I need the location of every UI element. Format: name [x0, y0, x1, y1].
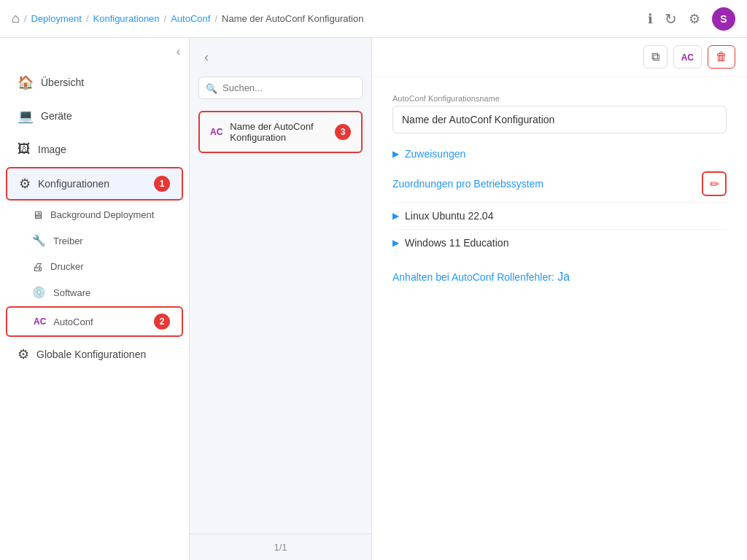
middle-panel: ‹ 🔍 AC Name der AutoConf Konfiguration 3…	[190, 38, 372, 560]
sidebar-item-image[interactable]: 🖼 Image	[6, 134, 183, 164]
field-label: AutoConf Konfigurationsname	[392, 94, 727, 103]
image-icon: 🖼	[18, 141, 31, 157]
delete-icon: 🗑	[716, 50, 727, 63]
ac-icon: AC	[210, 127, 222, 137]
home-icon[interactable]: ⌂	[12, 11, 20, 26]
breadcrumb-autoconf[interactable]: AutoConf	[171, 13, 210, 24]
windows-label: Windows 11 Education	[405, 237, 508, 249]
sidebar-sub-item-label: AutoConf	[53, 316, 93, 327]
sidebar-item-ubersicht[interactable]: 🏠 Übersicht	[6, 67, 183, 98]
refresh-icon[interactable]: ↻	[665, 10, 677, 28]
konfigurationen-icon: ⚙	[19, 176, 31, 192]
sidebar-sub-item-label: Software	[53, 287, 90, 298]
breadcrumb-current: Name der AutoConf Konfiguration	[222, 13, 363, 24]
sidebar-header: ‹	[0, 38, 189, 66]
list-item-autoconf-config[interactable]: AC Name der AutoConf Konfiguration 3	[198, 111, 363, 153]
globale-icon: ⚙	[18, 346, 29, 362]
info-icon[interactable]: ℹ	[648, 11, 653, 27]
sidebar-item-label: Geräte	[41, 110, 72, 122]
os-row-linux[interactable]: ▶ Linux Ubuntu 22.04	[392, 203, 727, 229]
search-box: 🔍	[198, 77, 363, 99]
detail-panel: ⧉ AC 🗑 AutoConf Konfigurationsname ▶ Zuw…	[372, 38, 747, 560]
sidebar-sub-item-autoconf[interactable]: AC AutoConf 2	[6, 306, 183, 337]
os-row-windows[interactable]: ▶ Windows 11 Education	[392, 230, 727, 256]
autoconf-badge: 2	[154, 314, 170, 330]
avatar[interactable]: S	[712, 7, 735, 31]
ubersicht-icon: 🏠	[18, 74, 34, 90]
delete-button[interactable]: 🗑	[708, 45, 735, 69]
background-deployment-icon: 🖥	[32, 209, 43, 221]
sidebar-sub-item-background-deployment[interactable]: 🖥 Background Deployment	[6, 203, 183, 227]
sidebar-collapse-button[interactable]: ‹	[177, 45, 180, 58]
sidebar-sub-item-label: Drucker	[50, 261, 84, 272]
detail-toolbar: ⧉ AC 🗑	[372, 38, 747, 77]
sidebar-item-label: Globale Konfigurationen	[36, 349, 146, 360]
search-input[interactable]	[198, 77, 363, 99]
sidebar-sub-item-label: Treiber	[53, 236, 83, 246]
sidebar-item-label: Übersicht	[41, 77, 84, 88]
status-value: Ja	[557, 271, 570, 283]
zuordnungen-row: Zuordnungen pro Betriebssystem ✏	[392, 171, 727, 196]
config-name-input[interactable]	[392, 106, 727, 133]
zuweisungen-arrow-icon: ▶	[392, 149, 399, 159]
sidebar-item-globale[interactable]: ⚙ Globale Konfigurationen	[6, 339, 183, 370]
ac-toolbar-icon: AC	[681, 52, 694, 63]
middle-footer: 1/1	[190, 534, 371, 560]
sidebar-item-label: Konfigurationen	[38, 178, 109, 190]
treiber-icon: 🔧	[32, 234, 46, 247]
sidebar-sub-item-label: Background Deployment	[50, 209, 154, 220]
search-icon: 🔍	[206, 82, 217, 93]
sidebar-sub-item-drucker[interactable]: 🖨 Drucker	[6, 254, 183, 279]
breadcrumb-deployment[interactable]: Deployment	[31, 13, 82, 24]
status-row: Anhalten bei AutoConf Rollenfehler: Ja	[392, 271, 727, 284]
topbar-actions: ℹ ↻ ⚙ S	[648, 7, 735, 31]
sidebar-item-label: Image	[38, 144, 66, 155]
settings-icon[interactable]: ⚙	[689, 11, 700, 27]
linux-arrow-icon: ▶	[392, 211, 399, 221]
sidebar-sub-item-treiber[interactable]: 🔧 Treiber	[6, 228, 183, 253]
gerate-icon: 💻	[18, 108, 34, 124]
software-icon: 💿	[32, 286, 46, 299]
copy-icon: ⧉	[651, 50, 659, 63]
breadcrumb: ⌂ / Deployment / Konfigurationen / AutoC…	[12, 11, 363, 26]
edit-icon: ✏	[710, 177, 719, 191]
sidebar-sub-item-software[interactable]: 💿 Software	[6, 280, 183, 305]
linux-label: Linux Ubuntu 22.04	[405, 210, 493, 222]
sidebar-item-konfigurationen[interactable]: ⚙ Konfigurationen 1	[6, 167, 183, 201]
back-button[interactable]: ‹	[198, 47, 214, 68]
zuordnungen-label: Zuordnungen pro Betriebssystem	[392, 178, 543, 190]
pagination-label: 1/1	[274, 542, 287, 553]
breadcrumb-konfigurationen[interactable]: Konfigurationen	[93, 13, 160, 24]
zuweisungen-label: Zuweisungen	[405, 148, 465, 160]
edit-zuordnungen-button[interactable]: ✏	[702, 171, 727, 196]
list-item-label: Name der AutoConf Konfiguration	[230, 121, 328, 143]
sidebar: ‹ 🏠 Übersicht 💻 Geräte 🖼 Image ⚙ Konfigu…	[0, 38, 190, 560]
main-layout: ‹ 🏠 Übersicht 💻 Geräte 🖼 Image ⚙ Konfigu…	[0, 38, 747, 560]
detail-content: AutoConf Konfigurationsname ▶ Zuweisunge…	[372, 77, 747, 301]
autoconf-icon: AC	[34, 316, 46, 327]
ac-button[interactable]: AC	[673, 45, 702, 69]
status-label: Anhalten bei AutoConf Rollenfehler:	[392, 271, 554, 283]
list-item-badge: 3	[335, 124, 351, 140]
windows-arrow-icon: ▶	[392, 238, 399, 248]
copy-button[interactable]: ⧉	[643, 45, 667, 69]
konfigurationen-badge: 1	[154, 176, 170, 192]
zuweisungen-toggle[interactable]: ▶ Zuweisungen	[392, 148, 727, 160]
sidebar-item-gerate[interactable]: 💻 Geräte	[6, 101, 183, 131]
drucker-icon: 🖨	[32, 260, 43, 273]
topbar: ⌂ / Deployment / Konfigurationen / AutoC…	[0, 0, 747, 38]
middle-header: ‹	[190, 38, 371, 77]
